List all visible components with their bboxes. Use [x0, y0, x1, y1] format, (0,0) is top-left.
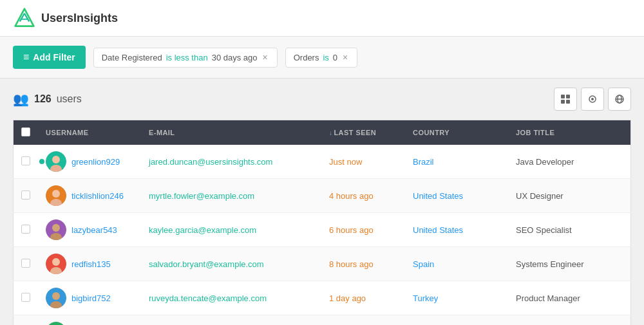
country-cell: United States — [405, 179, 508, 213]
svg-point-17 — [52, 190, 60, 198]
username-link[interactable]: greenlion929 — [71, 157, 120, 167]
user-count-left: 👥 126 users — [13, 91, 82, 107]
add-filter-label: Add Filter — [33, 52, 75, 62]
grid-view-button[interactable] — [554, 88, 577, 111]
email-link[interactable]: jared.duncan@usersinsights.com — [149, 157, 272, 167]
filter-icon: ≡ — [23, 51, 29, 63]
svg-rect-5 — [566, 95, 570, 98]
country-link[interactable]: Brazil — [413, 157, 434, 167]
view-controls — [554, 88, 631, 111]
country-link[interactable]: United States — [413, 225, 463, 235]
user-count: 126 — [34, 93, 52, 105]
jobtitle-cell: Product Manager — [508, 281, 631, 315]
table-row: greenlion929 jared.duncan@usersinsights.… — [14, 145, 631, 179]
header: UsersInsights — [0, 0, 644, 37]
country-link[interactable]: Spain — [413, 259, 434, 269]
date-registered-filter-chip: Date Registered is less than 30 days ago… — [93, 48, 278, 68]
jobtitle-cell: Systems Engineer — [508, 247, 631, 281]
avatar — [46, 219, 66, 240]
logo-area: UsersInsights — [13, 6, 118, 30]
remove-filter2-button[interactable]: × — [341, 53, 349, 62]
logo-icon — [13, 6, 36, 30]
select-all-checkbox[interactable] — [21, 127, 30, 136]
jobtitle-cell: UX Designer — [508, 179, 631, 213]
svg-point-20 — [52, 224, 60, 232]
row-checkbox[interactable] — [21, 156, 30, 165]
country-cell: Brazil — [405, 145, 508, 179]
email-cell: ruveyda.tencate@example.com — [141, 281, 321, 315]
svg-marker-0 — [15, 9, 34, 26]
svg-point-23 — [52, 258, 60, 266]
col-header-username[interactable]: Username — [38, 120, 141, 145]
jobtitle-cell: Java Developer — [508, 145, 631, 179]
country-cell: Spain — [405, 247, 508, 281]
country-link[interactable]: Turkey — [413, 293, 438, 303]
row-check-cell — [14, 247, 39, 281]
svg-rect-4 — [561, 95, 565, 98]
people-icon: 👥 — [13, 91, 29, 107]
email-cell: kaylee.garcia@example.com — [141, 213, 321, 247]
svg-rect-6 — [561, 100, 565, 104]
email-link[interactable]: kaylee.garcia@example.com — [149, 225, 256, 235]
username-cell: lazyduck350 — [38, 315, 141, 326]
country-link[interactable]: United States — [413, 191, 463, 201]
row-check-cell — [14, 315, 39, 326]
users-label: users — [57, 93, 82, 105]
lastseen-cell: 8 hours ago — [321, 247, 405, 281]
email-cell: luck.bisschop@example.com — [141, 315, 321, 326]
email-cell: jared.duncan@usersinsights.com — [141, 145, 321, 179]
username-cell: lazybear543 — [38, 213, 141, 247]
svg-point-28 — [46, 322, 66, 325]
email-link[interactable]: salvador.bryant@example.com — [149, 259, 264, 269]
sort-arrow-icon: ↓ — [329, 129, 332, 136]
lastseen-cell: 4 hours ago — [321, 179, 405, 213]
username-cell: ticklishlion246 — [38, 179, 141, 213]
table-row: bigbird752 ruveyda.tencate@example.com 1… — [14, 281, 631, 315]
filter1-prefix: Date Registered — [102, 53, 162, 62]
filter1-highlight: is less than — [166, 53, 208, 62]
row-check-cell — [14, 281, 39, 315]
orders-filter-chip: Orders is 0 × — [285, 48, 358, 68]
table-container: Username E-Mail ↓Last Seen Country Job T… — [0, 120, 644, 325]
logo-text: UsersInsights — [41, 12, 118, 25]
online-indicator — [39, 159, 44, 164]
filter2-prefix: Orders — [294, 53, 319, 62]
app-wrapper: UsersInsights ≡ Add Filter Date Register… — [0, 0, 644, 325]
col-header-lastseen[interactable]: ↓Last Seen — [321, 120, 405, 145]
filter1-suffix: 30 days ago — [212, 53, 258, 62]
col-header-email[interactable]: E-Mail — [141, 120, 321, 145]
table-header-row: Username E-Mail ↓Last Seen Country Job T… — [14, 120, 631, 145]
lastseen-cell: Just now — [321, 145, 405, 179]
username-link[interactable]: bigbird752 — [71, 293, 111, 303]
users-table: Username E-Mail ↓Last Seen Country Job T… — [13, 120, 631, 325]
avatar — [46, 322, 66, 325]
row-checkbox[interactable] — [21, 259, 30, 268]
table-row: redfish135 salvador.bryant@example.com 8… — [14, 247, 631, 281]
row-check-cell — [14, 213, 39, 247]
country-cell: United States — [405, 213, 508, 247]
remove-filter1-button[interactable]: × — [261, 53, 269, 62]
username-link[interactable]: redfish135 — [71, 259, 111, 269]
avatar — [46, 151, 66, 172]
country-cell: Turkey — [405, 281, 508, 315]
add-filter-button[interactable]: ≡ Add Filter — [13, 46, 86, 69]
lastseen-cell: 2 days ago — [321, 315, 405, 326]
user-count-bar: 👥 126 users — [0, 79, 644, 120]
table-row: ticklishlion246 myrtle.fowler@example.co… — [14, 179, 631, 213]
email-link[interactable]: ruveyda.tencate@example.com — [149, 293, 267, 303]
row-check-cell — [14, 145, 39, 179]
row-checkbox[interactable] — [21, 190, 30, 200]
filter2-highlight: is — [323, 53, 328, 62]
globe-view-button[interactable] — [608, 88, 631, 111]
col-header-check — [14, 120, 39, 145]
email-link[interactable]: myrtle.fowler@example.com — [149, 191, 254, 201]
row-check-cell — [14, 179, 39, 213]
username-link[interactable]: lazybear543 — [71, 225, 117, 235]
columns-view-button[interactable] — [581, 88, 604, 111]
row-checkbox[interactable] — [21, 293, 30, 302]
username-link[interactable]: ticklishlion246 — [71, 191, 124, 201]
col-header-jobtitle[interactable]: Job Title — [508, 120, 631, 145]
col-header-country[interactable]: Country — [405, 120, 508, 145]
svg-point-9 — [591, 98, 594, 100]
row-checkbox[interactable] — [21, 225, 30, 234]
